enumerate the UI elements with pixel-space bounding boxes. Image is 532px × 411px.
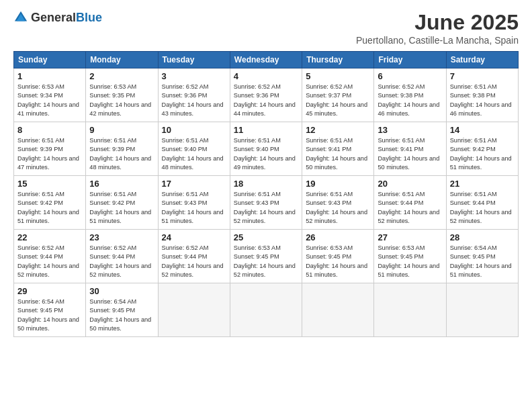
day-number: 3 xyxy=(162,71,226,81)
day-info: Sunrise: 6:52 AM Sunset: 9:36 PM Dayligh… xyxy=(162,83,226,118)
empty-cell xyxy=(374,283,446,337)
day-info: Sunrise: 6:51 AM Sunset: 9:44 PM Dayligh… xyxy=(450,190,515,226)
col-friday: Friday xyxy=(374,52,446,68)
day-info: Sunrise: 6:51 AM Sunset: 9:42 PM Dayligh… xyxy=(89,190,154,226)
day-cell: 28 Sunrise: 6:54 AM Sunset: 9:45 PM Dayl… xyxy=(446,230,518,283)
col-sunday: Sunday xyxy=(14,52,86,68)
day-number: 8 xyxy=(17,125,82,135)
day-info: Sunrise: 6:51 AM Sunset: 9:41 PM Dayligh… xyxy=(378,136,442,172)
page: GeneralBlue June 2025 Puertollano, Casti… xyxy=(0,0,532,347)
col-saturday: Saturday xyxy=(446,52,518,68)
day-cell: 15 Sunrise: 6:51 AM Sunset: 9:42 PM Dayl… xyxy=(14,176,86,230)
day-cell: 17 Sunrise: 6:51 AM Sunset: 9:43 PM Dayl… xyxy=(158,176,230,230)
day-cell: 10 Sunrise: 6:51 AM Sunset: 9:40 PM Dayl… xyxy=(158,122,230,176)
empty-cell xyxy=(158,283,230,337)
day-cell: 12 Sunrise: 6:51 AM Sunset: 9:41 PM Dayl… xyxy=(302,122,374,176)
day-cell: 19 Sunrise: 6:51 AM Sunset: 9:43 PM Dayl… xyxy=(302,176,374,230)
day-number: 19 xyxy=(306,179,370,189)
day-number: 16 xyxy=(89,179,154,189)
day-number: 27 xyxy=(378,232,442,242)
month-title: June 2025 xyxy=(356,10,519,35)
day-number: 30 xyxy=(89,286,154,296)
day-info: Sunrise: 6:53 AM Sunset: 9:45 PM Dayligh… xyxy=(378,244,442,279)
day-number: 14 xyxy=(450,125,515,135)
day-cell: 5 Sunrise: 6:52 AM Sunset: 9:37 PM Dayli… xyxy=(302,68,374,122)
day-cell: 26 Sunrise: 6:53 AM Sunset: 9:45 PM Dayl… xyxy=(302,230,374,283)
day-number: 2 xyxy=(89,71,154,81)
day-info: Sunrise: 6:51 AM Sunset: 9:40 PM Dayligh… xyxy=(162,136,226,172)
day-cell: 16 Sunrise: 6:51 AM Sunset: 9:42 PM Dayl… xyxy=(86,176,158,230)
day-cell: 9 Sunrise: 6:51 AM Sunset: 9:39 PM Dayli… xyxy=(86,122,158,176)
day-cell: 30 Sunrise: 6:54 AM Sunset: 9:45 PM Dayl… xyxy=(86,283,158,337)
day-cell: 27 Sunrise: 6:53 AM Sunset: 9:45 PM Dayl… xyxy=(374,230,446,283)
day-cell: 29 Sunrise: 6:54 AM Sunset: 9:45 PM Dayl… xyxy=(14,283,86,337)
logo: GeneralBlue xyxy=(13,10,102,25)
day-number: 4 xyxy=(234,71,298,81)
day-number: 23 xyxy=(89,232,154,242)
day-number: 26 xyxy=(306,232,370,242)
col-monday: Monday xyxy=(86,52,158,68)
day-cell: 4 Sunrise: 6:52 AM Sunset: 9:36 PM Dayli… xyxy=(230,68,302,122)
day-number: 1 xyxy=(17,71,82,81)
day-number: 21 xyxy=(450,179,515,189)
day-cell: 14 Sunrise: 6:51 AM Sunset: 9:42 PM Dayl… xyxy=(446,122,518,176)
day-number: 9 xyxy=(89,125,154,135)
day-info: Sunrise: 6:51 AM Sunset: 9:43 PM Dayligh… xyxy=(162,190,226,226)
day-cell: 22 Sunrise: 6:52 AM Sunset: 9:44 PM Dayl… xyxy=(14,230,86,283)
day-cell: 20 Sunrise: 6:51 AM Sunset: 9:44 PM Dayl… xyxy=(374,176,446,230)
day-number: 12 xyxy=(306,125,370,135)
day-info: Sunrise: 6:51 AM Sunset: 9:41 PM Dayligh… xyxy=(306,136,370,172)
day-number: 6 xyxy=(378,71,442,81)
day-info: Sunrise: 6:51 AM Sunset: 9:39 PM Dayligh… xyxy=(17,136,82,172)
day-info: Sunrise: 6:51 AM Sunset: 9:43 PM Dayligh… xyxy=(306,190,370,226)
day-number: 13 xyxy=(378,125,442,135)
day-info: Sunrise: 6:51 AM Sunset: 9:42 PM Dayligh… xyxy=(17,190,82,226)
day-info: Sunrise: 6:54 AM Sunset: 9:45 PM Dayligh… xyxy=(450,244,515,279)
day-info: Sunrise: 6:53 AM Sunset: 9:35 PM Dayligh… xyxy=(89,83,154,118)
empty-cell xyxy=(302,283,374,337)
day-info: Sunrise: 6:51 AM Sunset: 9:40 PM Dayligh… xyxy=(234,136,298,172)
day-info: Sunrise: 6:51 AM Sunset: 9:39 PM Dayligh… xyxy=(89,136,154,172)
calendar-table: Sunday Monday Tuesday Wednesday Thursday… xyxy=(13,51,519,337)
header: GeneralBlue June 2025 Puertollano, Casti… xyxy=(13,10,519,46)
empty-cell xyxy=(230,283,302,337)
day-number: 24 xyxy=(162,232,226,242)
day-info: Sunrise: 6:54 AM Sunset: 9:45 PM Dayligh… xyxy=(17,298,82,333)
day-cell: 11 Sunrise: 6:51 AM Sunset: 9:40 PM Dayl… xyxy=(230,122,302,176)
subtitle: Puertollano, Castille-La Mancha, Spain xyxy=(356,35,519,46)
day-number: 20 xyxy=(378,179,442,189)
day-number: 29 xyxy=(17,286,82,296)
logo-general: GeneralBlue xyxy=(31,11,102,25)
col-tuesday: Tuesday xyxy=(158,52,230,68)
day-cell: 23 Sunrise: 6:52 AM Sunset: 9:44 PM Dayl… xyxy=(86,230,158,283)
day-number: 17 xyxy=(162,179,226,189)
day-info: Sunrise: 6:53 AM Sunset: 9:34 PM Dayligh… xyxy=(17,83,82,118)
day-info: Sunrise: 6:52 AM Sunset: 9:38 PM Dayligh… xyxy=(378,83,442,118)
day-number: 5 xyxy=(306,71,370,81)
day-info: Sunrise: 6:52 AM Sunset: 9:36 PM Dayligh… xyxy=(234,83,298,118)
logo-icon xyxy=(13,10,28,25)
day-cell: 1 Sunrise: 6:53 AM Sunset: 9:34 PM Dayli… xyxy=(14,68,86,122)
day-number: 15 xyxy=(17,179,82,189)
day-info: Sunrise: 6:52 AM Sunset: 9:44 PM Dayligh… xyxy=(17,244,82,279)
day-number: 7 xyxy=(450,71,515,81)
day-cell: 7 Sunrise: 6:51 AM Sunset: 9:38 PM Dayli… xyxy=(446,68,518,122)
day-info: Sunrise: 6:52 AM Sunset: 9:44 PM Dayligh… xyxy=(162,244,226,279)
empty-cell xyxy=(446,283,518,337)
day-info: Sunrise: 6:52 AM Sunset: 9:37 PM Dayligh… xyxy=(306,83,370,118)
day-cell: 25 Sunrise: 6:53 AM Sunset: 9:45 PM Dayl… xyxy=(230,230,302,283)
day-info: Sunrise: 6:52 AM Sunset: 9:44 PM Dayligh… xyxy=(89,244,154,279)
day-cell: 13 Sunrise: 6:51 AM Sunset: 9:41 PM Dayl… xyxy=(374,122,446,176)
day-info: Sunrise: 6:53 AM Sunset: 9:45 PM Dayligh… xyxy=(234,244,298,279)
day-cell: 8 Sunrise: 6:51 AM Sunset: 9:39 PM Dayli… xyxy=(14,122,86,176)
day-cell: 18 Sunrise: 6:51 AM Sunset: 9:43 PM Dayl… xyxy=(230,176,302,230)
day-cell: 6 Sunrise: 6:52 AM Sunset: 9:38 PM Dayli… xyxy=(374,68,446,122)
day-number: 25 xyxy=(234,232,298,242)
col-thursday: Thursday xyxy=(302,52,374,68)
day-cell: 21 Sunrise: 6:51 AM Sunset: 9:44 PM Dayl… xyxy=(446,176,518,230)
day-info: Sunrise: 6:51 AM Sunset: 9:42 PM Dayligh… xyxy=(450,136,515,172)
day-cell: 24 Sunrise: 6:52 AM Sunset: 9:44 PM Dayl… xyxy=(158,230,230,283)
day-number: 18 xyxy=(234,179,298,189)
day-number: 10 xyxy=(162,125,226,135)
day-cell: 3 Sunrise: 6:52 AM Sunset: 9:36 PM Dayli… xyxy=(158,68,230,122)
